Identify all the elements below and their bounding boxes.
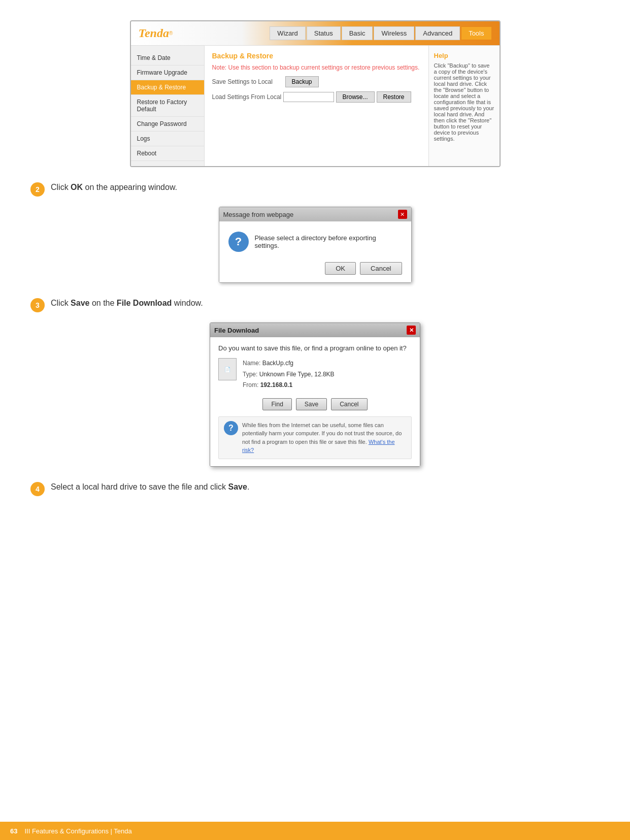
message-dialog-container: Message from webpage ✕ ? Please select a… — [219, 207, 412, 283]
dialog-titlebar: Message from webpage ✕ — [219, 207, 411, 221]
cancel-file-button[interactable]: Cancel — [331, 398, 367, 410]
step-2-number: 2 — [30, 182, 45, 197]
sidebar-item-restore-factory[interactable]: Restore to Factory Default — [131, 95, 204, 117]
sidebar-item-firmware[interactable]: Firmware Upgrade — [131, 66, 204, 80]
router-help: Help Click "Backup" to save a copy of th… — [428, 46, 500, 166]
warning-icon: ? — [224, 421, 238, 435]
main-note: Note: Use this section to backup current… — [212, 64, 421, 71]
file-dialog-close-button[interactable]: ✕ — [407, 326, 416, 335]
file-dialog-title: File Download — [214, 327, 259, 334]
step-2: 2 Click OK on the appearing window. — [30, 181, 600, 197]
save-row: Save Settings to Local Backup — [212, 76, 421, 87]
file-download-dialog: File Download ✕ Do you want to save this… — [210, 322, 420, 467]
sidebar-item-time[interactable]: Time & Date — [131, 51, 204, 66]
dialog-title: Message from webpage — [223, 211, 294, 218]
dialog-ok-button[interactable]: OK — [325, 262, 356, 275]
browse-button[interactable]: Browse... — [336, 91, 375, 103]
step-3: 3 Click Save on the File Download window… — [30, 297, 600, 312]
file-name-row: Name: BackUp.cfg — [243, 358, 335, 369]
nav-tab-wizard[interactable]: Wizard — [270, 26, 305, 40]
load-file-input[interactable] — [283, 92, 334, 102]
warning-text: While files from the Internet can be use… — [242, 421, 406, 455]
dialog-message-row: ? Please select a directory before expor… — [228, 232, 402, 252]
step-4-text: Select a local hard drive to save the fi… — [51, 481, 249, 493]
page-content: Tenda® Wizard Status Basic Wireless Adva… — [0, 0, 630, 547]
nav-tab-wireless[interactable]: Wireless — [374, 26, 414, 40]
message-dialog: Message from webpage ✕ ? Please select a… — [219, 207, 412, 283]
sidebar-item-backup[interactable]: Backup & Restore — [131, 80, 204, 95]
backup-button[interactable]: Backup — [285, 76, 319, 87]
dialog-body: ? Please select a directory before expor… — [219, 221, 411, 282]
router-nav: Wizard Status Basic Wireless Advanced To… — [270, 26, 491, 40]
file-warning: ? While files from the Internet can be u… — [218, 416, 412, 459]
file-dialog-container: File Download ✕ Do you want to save this… — [210, 322, 420, 467]
file-type-icon: 📄 — [218, 358, 237, 380]
nav-tab-tools[interactable]: Tools — [461, 26, 491, 40]
step-3-number: 3 — [30, 298, 45, 312]
restore-button[interactable]: Restore — [377, 91, 411, 103]
step-3-text: Click Save on the File Download window. — [51, 297, 203, 309]
load-label: Load Settings From Local — [212, 93, 283, 101]
file-details: Name: BackUp.cfg Type: Unknown File Type… — [243, 358, 335, 391]
dialog-buttons: OK Cancel — [228, 262, 402, 275]
file-info: 📄 Name: BackUp.cfg Type: Unknown File Ty… — [218, 358, 412, 391]
router-sidebar: Time & Date Firmware Upgrade Backup & Re… — [131, 46, 205, 166]
sidebar-item-reboot[interactable]: Reboot — [131, 146, 204, 161]
dialog-cancel-button[interactable]: Cancel — [360, 262, 402, 275]
help-title: Help — [434, 52, 494, 59]
footer-title: III Features & Configurations | Tenda — [24, 827, 131, 835]
file-dialog-question: Do you want to save this file, or find a… — [218, 344, 412, 352]
step-2-text: Click OK on the appearing window. — [51, 181, 177, 193]
router-header: Tenda® Wizard Status Basic Wireless Adva… — [131, 21, 500, 46]
page-number: 63 — [10, 827, 17, 835]
file-type: Unknown File Type, 12.8KB — [259, 371, 335, 378]
file-from-row: From: 192.168.0.1 — [243, 380, 335, 391]
step-4: 4 Select a local hard drive to save the … — [30, 481, 600, 496]
file-action-buttons: Find Save Cancel — [218, 398, 412, 410]
nav-tab-advanced[interactable]: Advanced — [415, 26, 460, 40]
find-button[interactable]: Find — [262, 398, 291, 410]
main-title: Backup & Restore — [212, 52, 421, 60]
help-text: Click "Backup" to save a copy of the dev… — [434, 62, 494, 142]
save-file-button[interactable]: Save — [296, 398, 327, 410]
sidebar-item-logs[interactable]: Logs — [131, 132, 204, 146]
file-dialog-titlebar: File Download ✕ — [210, 323, 420, 337]
router-screenshot: Tenda® Wizard Status Basic Wireless Adva… — [130, 20, 501, 167]
file-from: 192.168.0.1 — [260, 381, 292, 389]
page-footer: 63 III Features & Configurations | Tenda — [0, 822, 630, 840]
router-main: Backup & Restore Note: Use this section … — [205, 46, 428, 166]
dialog-question-icon: ? — [228, 232, 249, 252]
nav-tab-status[interactable]: Status — [307, 26, 341, 40]
sidebar-item-change-password[interactable]: Change Password — [131, 117, 204, 132]
load-row: Load Settings From Local Browse... Resto… — [212, 91, 421, 103]
dialog-message-text: Please select a directory before exporti… — [255, 234, 402, 249]
file-dialog-body: Do you want to save this file, or find a… — [210, 337, 420, 466]
dialog-close-button[interactable]: ✕ — [398, 210, 407, 219]
step-4-number: 4 — [30, 482, 45, 496]
file-name: BackUp.cfg — [262, 360, 293, 367]
router-body: Time & Date Firmware Upgrade Backup & Re… — [131, 46, 500, 166]
router-logo: Tenda® — [139, 26, 173, 40]
nav-tab-basic[interactable]: Basic — [342, 26, 373, 40]
save-label: Save Settings to Local — [212, 78, 283, 85]
file-type-row: Type: Unknown File Type, 12.8KB — [243, 369, 335, 380]
